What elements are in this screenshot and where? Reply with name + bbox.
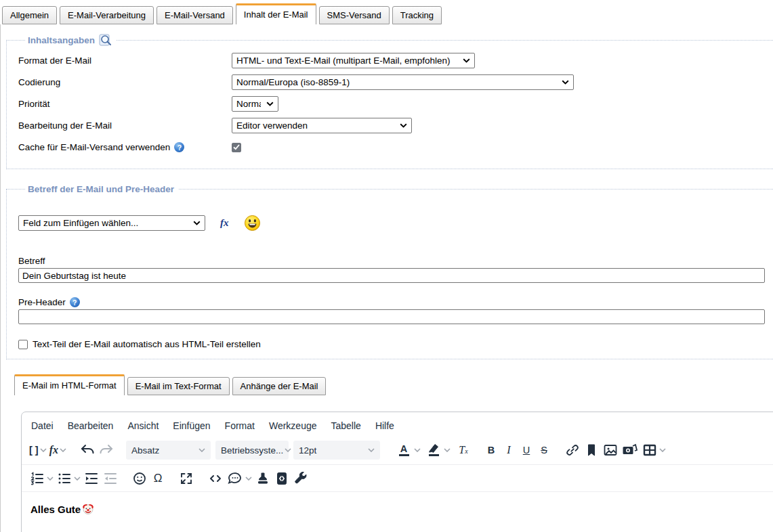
brackets-icon: [ ] xyxy=(29,445,39,456)
font-size-select[interactable]: 12pt xyxy=(293,441,380,460)
menu-ansicht[interactable]: Ansicht xyxy=(122,418,164,434)
text-from-html-checkbox[interactable] xyxy=(18,340,28,349)
highlight-color-button[interactable] xyxy=(425,441,442,460)
menu-hilfe[interactable]: Hilfe xyxy=(370,418,400,434)
font-family-select[interactable]: Betriebssyste... xyxy=(215,441,289,460)
undo-button[interactable] xyxy=(78,441,97,460)
subject-fieldset: Betreff der E-Mail und Pre-Header Feld z… xyxy=(6,184,773,359)
insert-field-select[interactable]: Feld zum Einfügen wählen... xyxy=(18,215,205,231)
priority-select[interactable]: Normal xyxy=(232,96,278,112)
tab-allgemein[interactable]: Allgemein xyxy=(2,6,57,24)
cache-label-wrap: Cache für E-Mail-Versand verwenden ? xyxy=(18,142,232,152)
text-from-html-row: Text-Teil der E-Mail automatisch aus HTM… xyxy=(18,339,773,349)
bold-button[interactable]: B xyxy=(482,441,500,460)
subject-legend: Betreff der E-Mail und Pre-Header xyxy=(25,184,178,194)
chevron-down-icon[interactable] xyxy=(414,448,421,452)
insert-placeholder-button[interactable]: [ ] xyxy=(28,441,48,460)
chevron-down-icon[interactable] xyxy=(444,448,451,452)
underline-icon: U xyxy=(523,445,530,456)
editor-content-area[interactable]: Alles Gute xyxy=(22,492,773,526)
clear-format-icon: Tx xyxy=(459,444,467,456)
main-tabbar: Allgemein E-Mail-Verarbeitung E-Mail-Ver… xyxy=(0,0,773,24)
outdent-icon xyxy=(102,470,119,487)
text-color-button[interactable]: A xyxy=(395,441,413,460)
editing-select[interactable]: Editor verwenden xyxy=(232,118,412,133)
bullet-list-icon xyxy=(56,470,72,487)
format-select[interactable]: HTML- und Text-E-Mail (multipart E-Mail,… xyxy=(232,53,475,68)
menu-datei[interactable]: Datei xyxy=(26,418,59,434)
table-button[interactable] xyxy=(640,441,667,460)
preview-magnifier-icon[interactable] xyxy=(99,34,112,46)
redo-button[interactable] xyxy=(97,441,116,460)
insert-field-row: Feld zum Einfügen wählen... fx xyxy=(18,215,773,231)
strikethrough-button[interactable]: S xyxy=(535,441,553,460)
bullet-list-button[interactable] xyxy=(55,469,82,488)
clear-formatting-button[interactable]: Tx xyxy=(455,441,472,460)
omega-icon: Ω xyxy=(154,472,163,485)
bookmark-button[interactable] xyxy=(582,441,601,460)
forecolor-swatch xyxy=(399,454,409,456)
tools-button[interactable] xyxy=(291,469,310,488)
outdent-button[interactable] xyxy=(101,469,120,488)
tab-panel: Inhaltsangaben Format der E-Mail HTML- u… xyxy=(0,24,773,532)
source-code-button[interactable] xyxy=(206,469,225,488)
tab-tracking[interactable]: Tracking xyxy=(392,6,442,24)
help-icon[interactable]: ? xyxy=(174,142,184,152)
indent-button[interactable] xyxy=(82,469,101,488)
content-info-legend: Inhaltsangaben xyxy=(25,34,116,46)
tab-email-text-format[interactable]: E-Mail im Text-Format xyxy=(127,377,230,395)
fullscreen-button[interactable] xyxy=(177,469,196,488)
encoding-label: Codierung xyxy=(18,77,232,87)
menu-einfuegen[interactable]: Einfügen xyxy=(167,418,215,434)
preheader-input[interactable] xyxy=(18,309,765,324)
link-button[interactable] xyxy=(563,441,582,460)
insert-function-button[interactable]: fx xyxy=(48,441,68,460)
paragraph-style-select[interactable]: Absatz xyxy=(126,441,211,460)
emoticon-icon xyxy=(131,470,148,487)
chevron-down-icon xyxy=(74,476,81,481)
tab-email-verarbeitung[interactable]: E-Mail-Verarbeitung xyxy=(60,6,154,24)
stamp-button[interactable] xyxy=(253,469,272,488)
menu-tabelle[interactable]: Tabelle xyxy=(326,418,367,434)
preheader-field-block: Pre-Header ? xyxy=(18,297,773,324)
comments-button[interactable] xyxy=(225,469,253,488)
special-character-button[interactable]: Ω xyxy=(149,469,167,488)
link-icon xyxy=(564,442,581,458)
tab-email-html-format[interactable]: E-Mail im HTML-Format xyxy=(14,374,125,395)
encoding-select[interactable]: Normal/Europa (iso-8859-1) xyxy=(232,74,574,90)
emoticons-button[interactable] xyxy=(130,469,149,488)
forecolor-icon: A xyxy=(400,444,407,453)
subject-input[interactable] xyxy=(18,268,765,283)
photo-library-button[interactable] xyxy=(620,441,640,460)
underline-button[interactable]: U xyxy=(518,441,535,460)
editor-toolbar-row2: Ω xyxy=(22,465,773,492)
chevron-down-icon xyxy=(659,448,666,452)
menu-werkzeuge[interactable]: Werkzeuge xyxy=(264,418,322,434)
chevron-down-icon xyxy=(60,448,66,452)
tab-email-versand[interactable]: E-Mail-Versand xyxy=(156,6,233,24)
tab-email-attachments[interactable]: Anhänge der E-Mail xyxy=(232,377,327,395)
tab-sms-versand[interactable]: SMS-Versand xyxy=(319,6,390,24)
tab-inhalt-der-email[interactable]: Inhalt der E-Mail xyxy=(236,3,316,24)
italic-button[interactable]: I xyxy=(500,441,518,460)
camera-icon xyxy=(621,442,639,458)
clown-face-emoji xyxy=(82,503,94,515)
ordered-list-button[interactable] xyxy=(28,469,55,488)
editing-label: Bearbeitung der E-Mail xyxy=(18,120,232,131)
stamp-icon xyxy=(255,470,271,487)
preheader-label-wrap: Pre-Header ? xyxy=(18,297,773,307)
insert-image-button[interactable] xyxy=(601,441,620,460)
content-info-fieldset: Inhaltsangaben Format der E-Mail HTML- u… xyxy=(6,34,773,169)
cache-checkbox[interactable] xyxy=(232,143,241,152)
subject-label: Betreff xyxy=(18,256,773,266)
emoji-picker-icon[interactable] xyxy=(244,215,261,231)
personalization-fx-icon[interactable]: fx xyxy=(220,217,229,229)
code-file-icon xyxy=(274,470,290,487)
strikethrough-icon: S xyxy=(541,445,547,456)
menu-bearbeiten[interactable]: Bearbeiten xyxy=(62,418,119,434)
code-sample-button[interactable] xyxy=(272,469,291,488)
help-icon[interactable]: ? xyxy=(70,297,80,307)
chevron-down-icon xyxy=(47,476,54,481)
bold-icon: B xyxy=(488,445,495,456)
menu-format[interactable]: Format xyxy=(220,418,260,434)
